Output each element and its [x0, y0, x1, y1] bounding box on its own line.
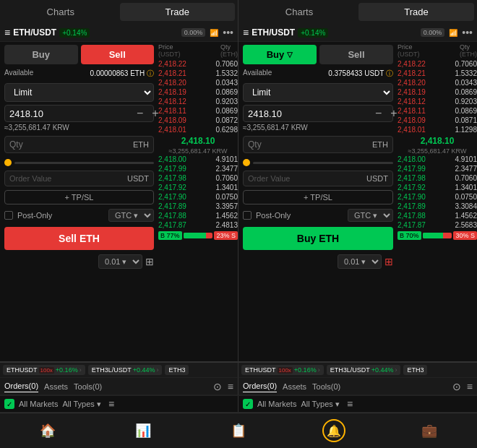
plus-btn-right[interactable]: + — [387, 107, 398, 120]
tpsl-btn-right[interactable]: + TP/SL — [243, 190, 393, 204]
menu-icon-right[interactable]: ≡ — [243, 27, 249, 38]
right-slider-row[interactable] — [239, 156, 398, 169]
buy-button-left[interactable]: Buy — [4, 45, 78, 64]
ob-sell-row[interactable]: 2,418.120.9203 — [158, 97, 238, 106]
ob-sell-row-r[interactable]: 2,418.211.5332 — [398, 69, 477, 78]
buy-button-right[interactable]: Buy ▽ — [243, 45, 317, 64]
minus-btn-left[interactable]: − — [134, 107, 146, 120]
postonly-checkbox-right[interactable] — [243, 211, 252, 220]
min-select-right[interactable]: 0.01 ▾ — [338, 254, 382, 269]
ob-buy-row-r[interactable]: 2,418.004.9101 — [398, 155, 477, 164]
ob-buy-row-r[interactable]: 2,417.881.4562 — [398, 211, 477, 220]
alltypes-dropdown-left[interactable]: All Types ▾ — [62, 400, 101, 409]
token-chip-eth3l-left[interactable]: ETH3L/USDT +0.44% › — [88, 365, 163, 375]
ob-sell-row-r[interactable]: 2,418.011.1298 — [398, 125, 477, 134]
more-btn-right[interactable]: ••• — [462, 27, 473, 38]
ob-buy-row-r[interactable]: 2,417.872.5683 — [398, 220, 477, 230]
sell-button-right[interactable]: Sell — [319, 45, 393, 64]
ob-sell-row-r[interactable]: 2,418.200.0343 — [398, 78, 477, 87]
ob-sell-row-r[interactable]: 2,418.110.0869 — [398, 106, 477, 116]
orders-tab-right[interactable]: Orders(0) — [243, 380, 277, 392]
ob-buy-row[interactable]: 2,417.980.7060 — [158, 173, 238, 183]
postonly-checkbox-left[interactable] — [4, 211, 13, 220]
gtc-select-right[interactable]: GTC ▾ — [348, 209, 393, 222]
alltypes-dropdown-right[interactable]: All Types ▾ — [301, 400, 340, 409]
menu-icon-left[interactable]: ≡ — [4, 27, 10, 38]
assets-tab-left[interactable]: Assets — [44, 381, 68, 392]
ob-buy-row-r[interactable]: 2,417.992.3477 — [398, 164, 477, 173]
ob-sell-row-r[interactable]: 2,418.220.7060 — [398, 59, 477, 69]
tools-tab-right[interactable]: Tools(0) — [312, 381, 340, 392]
ob-buy-row-r[interactable]: 2,417.900.0750 — [398, 192, 477, 202]
info-icon-right[interactable]: ⓘ — [386, 69, 393, 77]
right-qty-row[interactable]: ETH — [243, 136, 393, 153]
tab-charts-left[interactable]: Charts — [3, 3, 119, 21]
token-chip-eth3l-right[interactable]: ETH3L/USDT +0.44% › — [327, 365, 401, 375]
minus-btn-right[interactable]: − — [372, 107, 384, 120]
ob-sell-row-r[interactable]: 2,418.090.0871 — [398, 116, 477, 125]
price-input-right[interactable] — [248, 108, 369, 119]
ob-sell-row[interactable]: 2,418.220.7060 — [158, 59, 238, 69]
ob-sell-row-r[interactable]: 2,418.190.0869 — [398, 87, 477, 97]
sort-icon-left[interactable]: ≡ — [108, 398, 114, 410]
nav-wallet[interactable]: 💼 — [382, 416, 477, 445]
ob-buy-row[interactable]: 2,417.900.0750 — [158, 192, 238, 202]
tab-charts-right[interactable]: Charts — [241, 3, 357, 21]
qty-input-right[interactable] — [248, 139, 369, 150]
nav-home[interactable]: 🏠 — [0, 416, 95, 445]
grid-icon-right[interactable]: ⊞ — [384, 256, 393, 267]
left-slider-row[interactable] — [0, 156, 158, 169]
ob-buy-row[interactable]: 2,418.004.9101 — [158, 155, 238, 164]
token-chip-eth3-left[interactable]: ETH3 — [165, 365, 189, 375]
ob-sell-row[interactable]: 2,418.200.0343 — [158, 78, 238, 87]
ob-buy-row-r[interactable]: 2,417.893.3084 — [398, 202, 477, 211]
limit-select-right[interactable]: Limit — [243, 83, 393, 102]
tools-tab-left[interactable]: Tools(0) — [74, 381, 102, 392]
left-qty-row[interactable]: ETH — [4, 136, 154, 153]
nav-markets[interactable]: 📊 — [95, 416, 191, 445]
token-chip-eth3-right[interactable]: ETH3 — [403, 365, 427, 375]
list-icon-left[interactable]: ≡ — [228, 381, 233, 392]
info-icon-left[interactable]: ⓘ — [147, 69, 154, 77]
price-input-left[interactable] — [9, 108, 131, 119]
tab-trade-right[interactable]: Trade — [358, 3, 474, 21]
ob-sell-row[interactable]: 2,418.010.6298 — [158, 125, 238, 134]
left-price-row[interactable]: − + — [4, 105, 154, 122]
ob-buy-row-r[interactable]: 2,417.921.3401 — [398, 183, 477, 192]
orders-tab-left[interactable]: Orders(0) — [4, 380, 38, 392]
min-select-left[interactable]: 0.01 ▾ — [98, 254, 142, 269]
list-icon-right[interactable]: ≡ — [467, 381, 473, 392]
plus-btn-left[interactable]: + — [149, 107, 158, 120]
grid-icon-left[interactable]: ⊞ — [145, 256, 154, 267]
gtc-select-left[interactable]: GTC ▾ — [108, 209, 154, 222]
nav-orders[interactable]: 📋 — [191, 416, 286, 445]
tpsl-btn-left[interactable]: + TP/SL — [4, 190, 154, 204]
qty-input-left[interactable] — [9, 139, 130, 150]
more-btn-left[interactable]: ••• — [223, 27, 233, 38]
ob-buy-row-r[interactable]: 2,417.980.7060 — [398, 173, 477, 183]
right-price-row[interactable]: − + — [243, 105, 393, 122]
ob-sell-row-r[interactable]: 2,418.120.9203 — [398, 97, 477, 106]
slider-track-left[interactable] — [14, 162, 154, 164]
limit-select-left[interactable]: Limit — [4, 83, 154, 102]
refresh-icon-right[interactable]: ⊙ — [452, 381, 461, 392]
tab-trade-left[interactable]: Trade — [120, 3, 236, 21]
ob-sell-row[interactable]: 2,418.090.0872 — [158, 116, 238, 125]
buy-eth-button-right[interactable]: Buy ETH — [243, 227, 393, 250]
sell-button-left[interactable]: Sell — [81, 45, 155, 64]
ob-buy-row[interactable]: 2,417.921.3401 — [158, 183, 238, 192]
refresh-icon-left[interactable]: ⊙ — [213, 381, 222, 392]
ob-sell-row[interactable]: 2,418.190.0869 — [158, 87, 238, 97]
ob-buy-row[interactable]: 2,417.881.4562 — [158, 211, 238, 220]
ob-buy-row[interactable]: 2,417.893.3957 — [158, 202, 238, 211]
ob-buy-row[interactable]: 2,417.872.4813 — [158, 220, 238, 230]
ob-sell-row[interactable]: 2,418.211.5332 — [158, 69, 238, 78]
slider-track-right[interactable] — [253, 162, 393, 164]
sell-eth-button-left[interactable]: Sell ETH — [4, 227, 154, 250]
allmarkets-check-right[interactable]: ✓ — [243, 399, 253, 409]
sort-icon-right[interactable]: ≡ — [347, 398, 353, 410]
allmarkets-check-left[interactable]: ✓ — [4, 399, 14, 409]
token-chip-ethusdt-left[interactable]: ETHUSDT 100x +0.16% › — [3, 365, 85, 375]
nav-trade[interactable]: 🔔 — [286, 416, 382, 445]
ob-buy-row[interactable]: 2,417.992.3477 — [158, 164, 238, 173]
